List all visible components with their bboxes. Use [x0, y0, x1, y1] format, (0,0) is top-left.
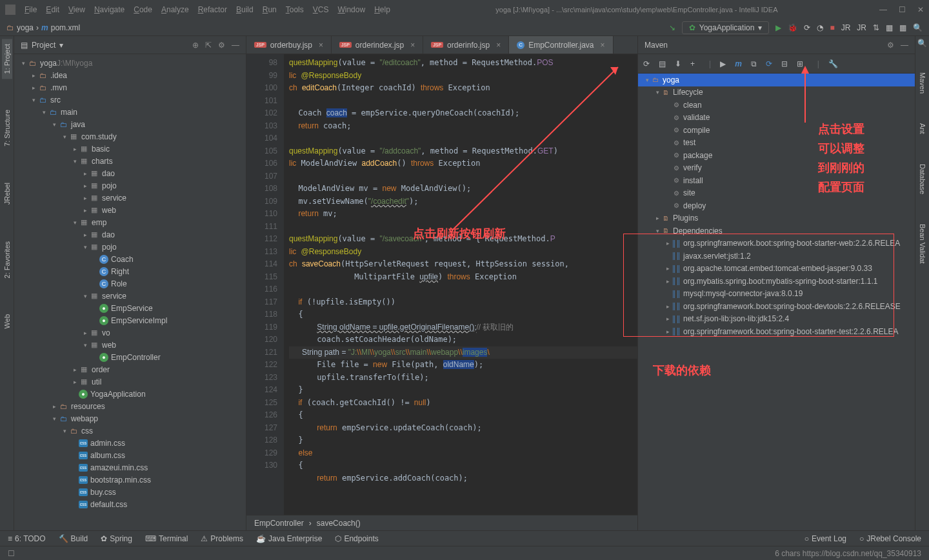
tree-item[interactable]: ●EmpServiceImpl [14, 314, 246, 326]
tab-orderbuy-jsp[interactable]: JSPorderbuy.jsp× [246, 36, 332, 54]
search-icon[interactable]: 🔍 [913, 23, 923, 32]
jr2-icon[interactable]: JR [857, 23, 866, 32]
maven-item[interactable]: ▸║║org.springframework.boot:spring-boot-… [638, 300, 915, 313]
maven-item[interactable]: ⚙validate [638, 112, 915, 125]
tree-item[interactable]: ▾▦web [14, 339, 246, 351]
target-icon[interactable]: ⊕ [192, 41, 199, 50]
menubar[interactable]: FileEditViewNavigateCodeAnalyzeRefactorB… [21, 3, 394, 17]
menu-refactor[interactable]: Refactor [194, 3, 231, 17]
run-config-dropdown[interactable]: ✿ YogaApplication ▾ [682, 21, 770, 34]
misc-icon[interactable]: ▦ [886, 23, 893, 32]
maven-item[interactable]: ║║mysql:mysql-connector-java:8.0.19 [638, 288, 915, 301]
menu-navigate[interactable]: Navigate [90, 3, 128, 17]
vcs-icon[interactable]: ⇅ [873, 23, 879, 32]
menu-code[interactable]: Code [130, 3, 156, 17]
menu-edit[interactable]: Edit [42, 3, 63, 17]
tab-orderinfo-jsp[interactable]: JSPorderinfo.jsp× [423, 36, 509, 54]
editor-tabs[interactable]: JSPorderbuy.jsp×JSPorderindex.jsp×JSPord… [246, 36, 637, 54]
status-icon[interactable]: ☐ [8, 549, 15, 558]
menu-view[interactable]: View [65, 3, 89, 17]
breadcrumb-file[interactable]: pom.xml [51, 23, 80, 32]
tree-item[interactable]: ▾▦com.study [14, 130, 246, 143]
tree-item[interactable]: ▾🗀webapp [14, 412, 246, 425]
m-icon[interactable]: m [735, 59, 742, 68]
maven-item[interactable]: ▸║║org.springframework.boot:spring-boot-… [638, 325, 915, 338]
collapse-all-icon[interactable]: ⊟ [781, 59, 788, 68]
run-icon[interactable]: ▶ [775, 23, 781, 32]
debug-icon[interactable]: 🐞 [788, 23, 797, 32]
tree-item[interactable]: ▾🗀yoga J:\MI\yoga [14, 57, 246, 69]
twb-jrebelconsole[interactable]: ○ JRebel Console [859, 534, 921, 543]
tool-window-bar[interactable]: ≡ 6: TODO🔨 Build✿ Spring⌨ Terminal⚠ Prob… [0, 530, 929, 546]
maven-tree[interactable]: ▾🗀yoga▾🗎Lifecycle⚙clean⚙validate⚙compile… [638, 74, 915, 530]
lefttab-favorites[interactable]: 2: Favorites [2, 236, 12, 283]
maven-item[interactable]: ▸║║net.sf.json-lib:json-lib:jdk15:2.4 [638, 313, 915, 326]
coverage-icon[interactable]: ⟳ [804, 23, 810, 32]
twb-spring[interactable]: ✿ Spring [101, 534, 132, 543]
add-icon[interactable]: + [690, 59, 695, 68]
menu-vcs[interactable]: VCS [309, 3, 333, 17]
lefttab-jrebel[interactable]: JRebel [2, 177, 12, 210]
hammer-icon[interactable]: ↘ [669, 23, 675, 32]
chevron-down-icon[interactable]: ▾ [59, 41, 63, 50]
tree-item[interactable]: ▸🗀.mvn [14, 81, 246, 94]
bc-class[interactable]: EmpController [254, 519, 304, 528]
jr1-icon[interactable]: JR [841, 23, 851, 32]
maven-toolbar[interactable]: ⟳ ▤ ⬇ + | ▶ m ⧉ ⟳ ⊟ ⊞ | 🔧 [638, 54, 915, 74]
tree-item[interactable]: ●YogaApplication [14, 388, 246, 400]
maven-item[interactable]: ⚙package [638, 149, 915, 162]
menu-run[interactable]: Run [259, 3, 281, 17]
search-icon[interactable]: 🔍 [917, 39, 927, 48]
tab-orderindex-jsp[interactable]: JSPorderindex.jsp× [332, 36, 423, 54]
maven-item[interactable]: ▾🗎Dependencies [638, 225, 915, 237]
tree-item[interactable]: ▸▦vo [14, 326, 246, 339]
tree-item[interactable]: CCoach [14, 253, 246, 265]
tree-item[interactable]: ▸▦util [14, 375, 246, 388]
close-icon[interactable]: ✕ [917, 5, 924, 14]
tree-item[interactable]: cssbootstrap.min.css [14, 474, 246, 486]
maven-item[interactable]: ⚙install [638, 174, 915, 187]
tree-item[interactable]: CRole [14, 277, 246, 290]
minimize-icon[interactable]: — [879, 5, 887, 14]
tree-item[interactable]: cssamazeui.min.css [14, 461, 246, 474]
maven-item[interactable]: ⚙test [638, 137, 915, 150]
gear-icon[interactable]: ⚙ [218, 41, 225, 50]
maven-item[interactable]: ▾🗎Lifecycle [638, 86, 915, 99]
twb-build[interactable]: 🔨 Build [59, 534, 88, 543]
run-icon[interactable]: ▶ [720, 59, 726, 68]
stop-icon[interactable]: ■ [830, 23, 834, 32]
menu-window[interactable]: Window [334, 3, 369, 17]
tree-item[interactable]: ▸▦basic [14, 143, 246, 155]
menu-tools[interactable]: Tools [282, 3, 308, 17]
hide-icon[interactable]: — [901, 41, 908, 50]
maven-item[interactable]: ⚙verify [638, 162, 915, 175]
maven-item[interactable]: ║║javax.servlet:jstl:1.2 [638, 250, 915, 263]
menu-file[interactable]: File [21, 3, 41, 17]
maven-item[interactable]: ⚙deploy [638, 199, 915, 212]
download-icon[interactable]: ⬇ [675, 59, 681, 68]
tree-item[interactable]: cssbuy.css [14, 486, 246, 498]
tree-item[interactable]: ▾▦pojo [14, 241, 246, 253]
misc2-icon[interactable]: ▦ [899, 23, 906, 32]
code-breadcrumb[interactable]: EmpController › saveCoach() [246, 515, 637, 530]
tree-item[interactable]: ▸▦order [14, 363, 246, 375]
tree-item[interactable]: CRight [14, 265, 246, 277]
menu-build[interactable]: Build [232, 3, 257, 17]
maximize-icon[interactable]: ☐ [899, 5, 906, 14]
tree-item[interactable]: ▸▦service [14, 192, 246, 204]
tree-item[interactable]: ●EmpService [14, 302, 246, 314]
project-tree[interactable]: ▾🗀yoga J:\MI\yoga▸🗀.idea▸🗀.mvn▾🗀src▾🗀mai… [14, 54, 246, 530]
twb-javaenterprise[interactable]: ☕ Java Enterprise [256, 534, 322, 543]
lefttab-project[interactable]: 1: Project [2, 39, 12, 79]
twb-problems[interactable]: ⚠ Problems [201, 534, 243, 543]
wrench-icon[interactable]: 🔧 [828, 59, 838, 68]
toggle-offline-icon[interactable]: ⧉ [751, 59, 757, 68]
tree-item[interactable]: ▾▦service [14, 290, 246, 302]
maven-item[interactable]: ⚙compile [638, 124, 915, 137]
tree-item[interactable]: cssalbum.css [14, 449, 246, 461]
maven-item[interactable]: ▸║║org.springframework.boot:spring-boot-… [638, 237, 915, 250]
twb-eventlog[interactable]: ○ Event Log [804, 534, 846, 543]
code-content[interactable]: questMapping(value = "/editcoach", metho… [284, 54, 637, 515]
twb-todo[interactable]: ≡ 6: TODO [8, 534, 46, 543]
window-controls[interactable]: — ☐ ✕ [879, 5, 924, 14]
